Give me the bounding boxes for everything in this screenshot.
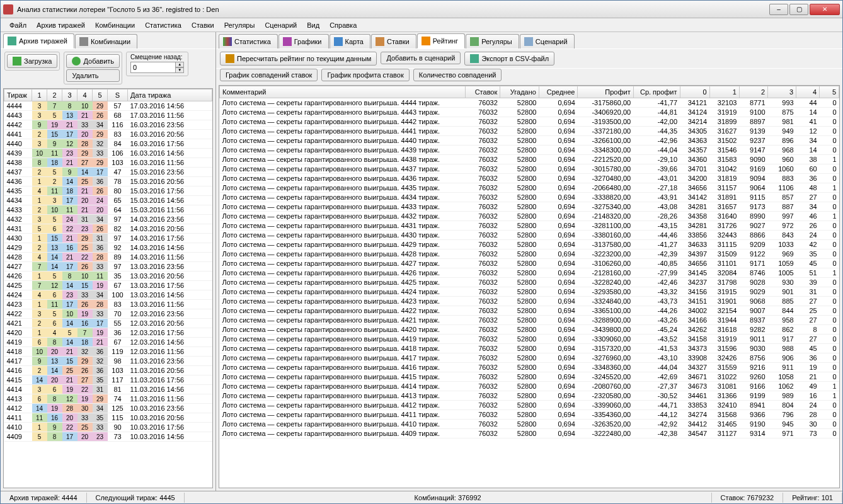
add-scenario-button[interactable]: Добавить в сценарий bbox=[381, 52, 461, 64]
recalc-button[interactable]: Пересчитать рейтинг по текущим данным bbox=[220, 52, 377, 66]
column-header[interactable]: 4 bbox=[796, 86, 820, 98]
spin-up[interactable]: ▲ bbox=[175, 62, 184, 67]
right-tab[interactable]: Сценарий bbox=[520, 34, 575, 49]
column-header[interactable]: Комментарий bbox=[220, 86, 466, 98]
table-row[interactable]: Лото система — секреты гарантированного … bbox=[220, 108, 839, 117]
table-row[interactable]: 44332101121206415.03.2016 11:56 bbox=[4, 205, 212, 215]
menu-item[interactable]: Статистика bbox=[140, 20, 186, 30]
table-row[interactable]: Лото система — секреты гарантированного … bbox=[220, 278, 839, 287]
profit-chart-button[interactable]: График профита ставок bbox=[321, 69, 409, 81]
table-row[interactable]: Лото система — секреты гарантированного … bbox=[220, 268, 839, 278]
table-row[interactable]: Лото система — секреты гарантированного … bbox=[220, 146, 839, 155]
table-row[interactable]: Лото система — секреты гарантированного … bbox=[220, 344, 839, 353]
table-row[interactable]: Лото система — секреты гарантированного … bbox=[220, 164, 839, 174]
column-header[interactable]: Профит bbox=[578, 86, 633, 98]
table-row[interactable]: Лото система — секреты гарантированного … bbox=[220, 212, 839, 221]
spin-down[interactable]: ▼ bbox=[175, 67, 184, 73]
table-row[interactable]: Лото система — секреты гарантированного … bbox=[220, 401, 839, 410]
table-row[interactable]: 44277141726339713.03.2016 23:56 bbox=[4, 262, 212, 272]
table-row[interactable]: Лото система — секреты гарантированного … bbox=[220, 117, 839, 127]
table-row[interactable]: 444291921333411616.03.2016 23:56 bbox=[4, 120, 212, 130]
column-header[interactable]: 3 bbox=[62, 89, 77, 101]
draws-grid[interactable]: Тираж12345SДата тиража 444437810295717.0… bbox=[3, 88, 213, 488]
column-header[interactable]: 3 bbox=[768, 86, 796, 98]
table-row[interactable]: 4412141928303412510.03.2016 23:56 bbox=[4, 404, 212, 413]
column-header[interactable]: Ставок bbox=[465, 86, 500, 98]
menu-item[interactable]: Архив тиражей bbox=[32, 20, 90, 30]
column-header[interactable]: S bbox=[108, 89, 128, 101]
close-button[interactable]: ✕ bbox=[810, 4, 840, 15]
table-row[interactable]: Лото система — секреты гарантированного … bbox=[220, 231, 839, 240]
minimize-button[interactable]: – bbox=[769, 4, 788, 15]
column-header[interactable]: Тираж bbox=[4, 89, 32, 101]
table-row[interactable]: Лото система — секреты гарантированного … bbox=[220, 183, 839, 193]
table-row[interactable]: Лото система — секреты гарантированного … bbox=[220, 420, 839, 429]
load-button[interactable]: Загрузка bbox=[7, 54, 57, 68]
table-row[interactable]: 44292131625369214.03.2016 14:56 bbox=[4, 243, 212, 253]
column-header[interactable]: 2 bbox=[739, 86, 767, 98]
table-row[interactable]: 4431562223268214.03.2016 20:56 bbox=[4, 224, 212, 234]
table-row[interactable]: Лото система — секреты гарантированного … bbox=[220, 410, 839, 420]
table-row[interactable]: 4413681219297411.03.2016 11:56 bbox=[4, 394, 212, 404]
add-button[interactable]: Добавить bbox=[66, 54, 120, 68]
rating-grid[interactable]: КомментарийСтавокУгаданоСреднееПрофитСр.… bbox=[219, 85, 840, 488]
table-row[interactable]: 44201457193612.03.2016 17:56 bbox=[4, 328, 212, 338]
table-row[interactable]: Лото система — секреты гарантированного … bbox=[220, 335, 839, 344]
column-header[interactable]: 4 bbox=[77, 89, 93, 101]
menu-item[interactable]: Файл bbox=[4, 20, 32, 30]
table-row[interactable]: 441621425263610311.03.2016 20:56 bbox=[4, 366, 212, 375]
offset-input[interactable] bbox=[130, 62, 176, 73]
delete-button[interactable]: Удалить bbox=[66, 69, 120, 82]
table-row[interactable]: 4409581720237310.03.2016 14:56 bbox=[4, 432, 212, 442]
column-header[interactable]: 2 bbox=[47, 89, 62, 101]
table-row[interactable]: 44257121415196713.03.2016 17:56 bbox=[4, 281, 212, 290]
table-row[interactable]: 44412151720298316.03.2016 20:56 bbox=[4, 130, 212, 139]
table-row[interactable]: Лото система — секреты гарантированного … bbox=[220, 221, 839, 231]
table-row[interactable]: Лото система — секреты гарантированного … bbox=[220, 98, 839, 108]
table-row[interactable]: 4418102021323611912.03.2016 11:56 bbox=[4, 347, 212, 357]
table-row[interactable]: 4432352431349714.03.2016 23:56 bbox=[4, 215, 212, 224]
column-header[interactable]: 5 bbox=[820, 86, 839, 98]
table-row[interactable]: 4439101123293310616.03.2016 14:56 bbox=[4, 149, 212, 158]
right-tab[interactable]: Регуляры bbox=[466, 34, 519, 49]
table-row[interactable]: 442615810113513.03.2016 20:56 bbox=[4, 272, 212, 281]
column-header[interactable]: Угадано bbox=[500, 86, 539, 98]
column-header[interactable]: 1 bbox=[32, 89, 47, 101]
table-row[interactable]: 44301152129319714.03.2016 17:56 bbox=[4, 234, 212, 243]
table-row[interactable]: Лото система — секреты гарантированного … bbox=[220, 127, 839, 136]
column-header[interactable]: 5 bbox=[93, 89, 108, 101]
right-tab[interactable]: Рейтинг bbox=[417, 33, 465, 49]
table-row[interactable]: 444437810295717.03.2016 14:56 bbox=[4, 101, 212, 111]
table-row[interactable]: 44231111726288313.03.2016 11:56 bbox=[4, 300, 212, 309]
menu-item[interactable]: Ставки bbox=[186, 20, 219, 30]
menu-item[interactable]: Сценарий bbox=[260, 20, 302, 30]
menu-item[interactable]: Комбинации bbox=[90, 20, 140, 30]
table-row[interactable]: 4436121425367815.03.2016 20:56 bbox=[4, 177, 212, 186]
table-row[interactable]: 4443351321266817.03.2016 11:56 bbox=[4, 111, 212, 120]
table-row[interactable]: 4410192225339010.03.2016 17:56 bbox=[4, 423, 212, 432]
table-row[interactable]: 4421261416175512.03.2016 20:56 bbox=[4, 319, 212, 328]
table-row[interactable]: Лото система — секреты гарантированного … bbox=[220, 174, 839, 183]
column-header[interactable]: Среднее bbox=[539, 86, 578, 98]
column-header[interactable]: 0 bbox=[680, 86, 709, 98]
right-tab[interactable]: Графики bbox=[278, 34, 329, 49]
left-tab[interactable]: Архив тиражей bbox=[3, 33, 74, 49]
table-row[interactable]: Лото система — секреты гарантированного … bbox=[220, 155, 839, 164]
table-row[interactable]: Лото система — секреты гарантированного … bbox=[220, 202, 839, 212]
table-row[interactable]: 4434131720246515.03.2016 14:56 bbox=[4, 196, 212, 205]
maximize-button[interactable]: ▢ bbox=[789, 4, 808, 15]
right-tab[interactable]: Карта bbox=[330, 34, 370, 49]
table-row[interactable]: Лото система — секреты гарантированного … bbox=[220, 306, 839, 316]
table-row[interactable]: 44179131529329811.03.2016 23:56 bbox=[4, 357, 212, 366]
table-row[interactable]: 4419681418216712.03.2016 14:56 bbox=[4, 338, 212, 347]
table-row[interactable]: Лото система — секреты гарантированного … bbox=[220, 287, 839, 297]
table-row[interactable]: Лото система — секреты гарантированного … bbox=[220, 382, 839, 391]
table-row[interactable]: Лото система — секреты гарантированного … bbox=[220, 193, 839, 202]
table-row[interactable]: Лото система — секреты гарантированного … bbox=[220, 372, 839, 382]
table-row[interactable]: 44284142122288914.03.2016 11:56 bbox=[4, 253, 212, 262]
menu-item[interactable]: Регуляры bbox=[219, 20, 260, 30]
table-row[interactable]: 4415142021273511711.03.2016 17:56 bbox=[4, 375, 212, 385]
table-row[interactable]: 4422351019337012.03.2016 23:56 bbox=[4, 309, 212, 319]
table-row[interactable]: 443725914174715.03.2016 23:56 bbox=[4, 168, 212, 177]
table-row[interactable]: 4411111620333511510.03.2016 20:56 bbox=[4, 413, 212, 423]
